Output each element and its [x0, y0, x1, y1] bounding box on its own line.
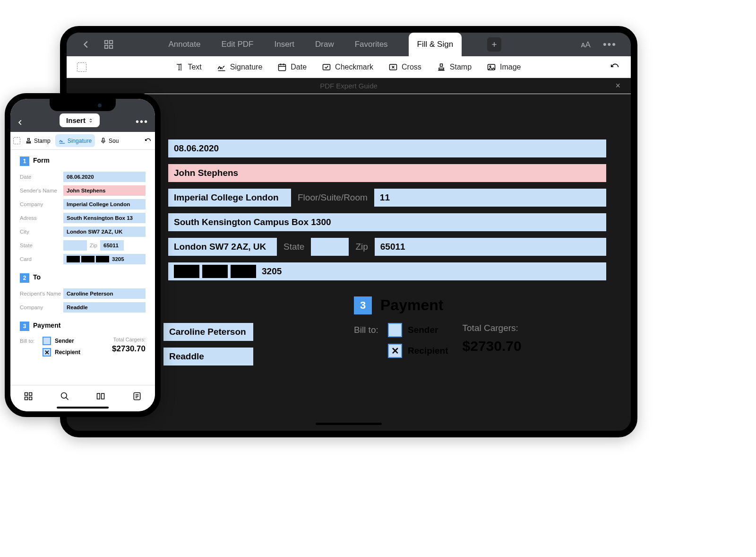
mic-icon [100, 137, 107, 144]
svg-point-18 [490, 66, 491, 67]
ph-total-value: $2730.70 [112, 344, 146, 354]
ph-address-label: Adress [20, 215, 63, 221]
text-size-icon[interactable]: ᴀA [581, 40, 591, 50]
city-field[interactable]: London SW7 2AZ, UK [168, 238, 277, 256]
tool-image[interactable]: Image [487, 62, 521, 72]
ph-city-label: City [20, 229, 63, 235]
ph-billto-recipient-checkbox[interactable]: ✕ [43, 348, 51, 357]
ph-billto-sender-label: Sender [55, 338, 74, 344]
phone-mode-selector[interactable]: Insert [60, 113, 100, 127]
checkmark-icon [322, 62, 331, 72]
grid-icon[interactable] [103, 39, 114, 50]
tab-draw[interactable]: Draw [315, 40, 334, 49]
ph-section-1-title: Form [33, 157, 146, 164]
ph-state-field[interactable] [63, 240, 87, 251]
ph-zip-field[interactable]: 65011 [100, 240, 124, 251]
phone-select-icon[interactable] [13, 137, 20, 144]
tab-insert[interactable]: Insert [274, 40, 294, 49]
phone-more-icon[interactable]: ••• [136, 116, 148, 127]
ph-section-2-number: 2 [20, 273, 29, 283]
date-field[interactable]: 08.06.2020 [168, 139, 606, 157]
text-icon [174, 62, 184, 72]
billto-sender-checkbox[interactable] [388, 323, 402, 337]
billto-recipient-checkbox[interactable]: ✕ [388, 344, 402, 358]
total-value: $2730.70 [463, 338, 522, 354]
ph-total-label: Total Cargers: [113, 337, 146, 342]
ph-company-field[interactable]: Imperial College London [63, 199, 146, 209]
ph-section-1-number: 1 [20, 157, 29, 166]
undo-icon[interactable] [609, 62, 620, 72]
sender-name-field[interactable]: John Stephens [168, 164, 606, 182]
card-segment-hidden [67, 256, 80, 262]
ph-address-field[interactable]: South Kensington Box 13 [63, 213, 146, 223]
select-icon[interactable] [77, 62, 86, 72]
tablet-toolbar: Text Signature Date Checkmark Cross Stam… [67, 56, 631, 78]
svg-rect-13 [323, 64, 330, 70]
tab-annotate[interactable]: Annotate [168, 40, 200, 49]
stamp-icon [437, 62, 446, 72]
ph-recipient-label: Recipent's Name [20, 291, 63, 296]
back-icon[interactable] [81, 39, 91, 50]
ph-billto-sender-checkbox[interactable] [43, 337, 51, 345]
address-field[interactable]: South Kensington Campus Box 1300 [168, 213, 606, 231]
tool-date[interactable]: Date [277, 62, 307, 72]
state-field[interactable] [311, 238, 349, 256]
billto-recipient-label: Recipient [408, 346, 448, 356]
svg-rect-23 [29, 397, 32, 400]
phone-grid-icon[interactable] [24, 392, 33, 401]
phone-document: 1 Form Date08.06.2020 Sender's NameJohn … [10, 150, 155, 361]
svg-point-24 [61, 392, 67, 398]
zip-label: Zip [355, 242, 368, 252]
tool-signature[interactable]: Signature [217, 62, 263, 72]
tool-checkmark[interactable]: Checkmark [322, 62, 373, 72]
cross-icon [388, 62, 398, 72]
card-last4: 3205 [262, 266, 282, 277]
section-1-title: Form [112, 111, 606, 129]
ph-sender-field[interactable]: John Stephens [63, 185, 146, 196]
recipient-name-field[interactable]: Caroline Peterson [163, 323, 253, 341]
svg-rect-1 [110, 41, 112, 44]
zip-field[interactable]: 65011 [375, 238, 606, 256]
floor-field[interactable]: 11 [374, 189, 606, 207]
add-tab-button[interactable] [487, 37, 501, 52]
ph-recipient-field[interactable]: Caroline Peterson [63, 288, 146, 299]
more-icon[interactable]: ••• [603, 38, 617, 51]
phone-tool-stamp[interactable]: Stamp [22, 134, 54, 147]
card-segment-hidden [174, 265, 199, 278]
tool-stamp[interactable]: Stamp [437, 62, 472, 72]
tablet-top-bar: Annotate Edit PDF Insert Draw Favorites … [67, 33, 631, 56]
tab-favorites[interactable]: Favorites [355, 40, 388, 49]
phone-book-icon[interactable] [96, 392, 105, 401]
phone-tool-signature[interactable]: Singature [55, 134, 95, 147]
ph-rec-company-field[interactable]: Readdle [63, 302, 146, 313]
ph-sender-label: Sender's Name [20, 188, 63, 193]
phone-undo-icon[interactable] [144, 137, 152, 145]
close-icon[interactable]: × [615, 81, 620, 91]
card-field[interactable]: 3205 [168, 262, 606, 280]
phone-search-icon[interactable] [60, 392, 69, 401]
phone-outline-icon[interactable] [132, 392, 142, 401]
phone-back-icon[interactable] [17, 118, 24, 127]
card-segment-hidden [96, 256, 109, 262]
phone-tool-sound[interactable]: Sou [96, 134, 122, 147]
tab-fill-sign[interactable]: Fill & Sign [409, 33, 462, 56]
svg-rect-0 [105, 41, 108, 44]
ph-date-label: Date [20, 174, 63, 180]
tool-cross[interactable]: Cross [388, 62, 421, 72]
phone-device: Insert ••• Stamp Singature Sou 1 Form Da… [5, 93, 161, 417]
ph-city-field[interactable]: London SW7 2AZ, UK [63, 226, 146, 237]
tool-text[interactable]: Text [174, 62, 201, 72]
card-segment-hidden [81, 256, 94, 262]
recipient-company-field[interactable]: Readdle [163, 348, 253, 366]
ph-date-field[interactable]: 08.06.2020 [63, 172, 146, 182]
ph-card-field[interactable]: 3205 [63, 254, 146, 264]
stamp-icon [25, 137, 32, 144]
company-field[interactable]: Imperial College London [168, 189, 291, 207]
ph-section-3-number: 3 [20, 322, 29, 331]
ph-zip-label: Zip [90, 243, 97, 248]
state-label: State [284, 242, 304, 252]
ph-card-label: Card [20, 256, 63, 262]
tab-edit-pdf[interactable]: Edit PDF [221, 40, 253, 49]
svg-rect-19 [103, 138, 104, 141]
ph-state-label: State [20, 243, 63, 248]
